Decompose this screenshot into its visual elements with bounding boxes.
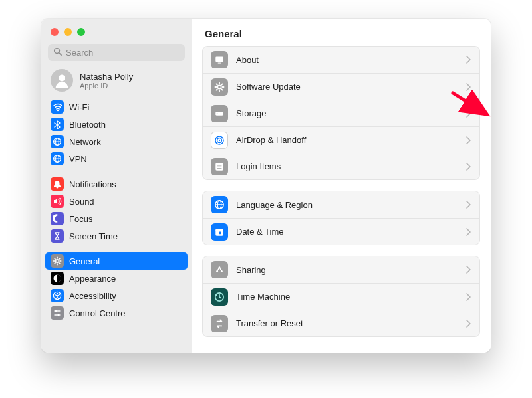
sidebar-item-label: Network bbox=[69, 137, 101, 147]
main-panel: General AboutSoftware UpdateStorageAirDr… bbox=[192, 19, 491, 353]
sidebar-item-label: Control Centre bbox=[69, 308, 126, 318]
row-sharing[interactable]: Sharing bbox=[203, 256, 479, 283]
settings-group: Language & RegionDate & Time bbox=[202, 191, 480, 245]
row-date-time[interactable]: Date & Time bbox=[203, 218, 479, 245]
sidebar-item-label: VPN bbox=[69, 154, 87, 164]
sidebar-item-control-centre[interactable]: Control Centre bbox=[45, 304, 188, 322]
globe-icon bbox=[211, 196, 228, 213]
row-language-region[interactable]: Language & Region bbox=[203, 191, 479, 218]
sidebar-item-label: Accessibility bbox=[69, 291, 116, 301]
sidebar-item-label: Bluetooth bbox=[69, 120, 106, 130]
settings-group: SharingTime MachineTransfer or Reset bbox=[202, 256, 480, 337]
chevron-right-icon bbox=[466, 163, 471, 171]
sidebar-item-label: Wi-Fi bbox=[69, 102, 89, 112]
row-label: Software Update bbox=[236, 82, 458, 92]
account-sub: Apple ID bbox=[80, 82, 133, 90]
control-centre-icon bbox=[51, 306, 64, 320]
row-storage[interactable]: Storage bbox=[203, 100, 479, 126]
row-label: AirDrop & Handoff bbox=[236, 135, 458, 145]
sidebar-item-screen-time[interactable]: Screen Time bbox=[45, 227, 188, 245]
sidebar-item-label: Screen Time bbox=[69, 231, 118, 241]
sidebar-item-general[interactable]: General bbox=[45, 252, 188, 270]
row-time-machine[interactable]: Time Machine bbox=[203, 283, 479, 310]
sidebar-item-bluetooth[interactable]: Bluetooth bbox=[45, 116, 188, 133]
sidebar-item-network[interactable]: Network bbox=[45, 133, 188, 150]
window-controls bbox=[41, 25, 192, 44]
hourglass-icon bbox=[51, 229, 64, 243]
row-airdrop-handoff[interactable]: AirDrop & Handoff bbox=[203, 126, 479, 153]
avatar bbox=[51, 69, 73, 92]
network-icon bbox=[51, 135, 64, 148]
bluetooth-icon bbox=[51, 118, 64, 131]
search-icon bbox=[53, 47, 62, 58]
sidebar-item-label: General bbox=[69, 256, 100, 266]
chevron-right-icon bbox=[466, 83, 471, 91]
fullscreen-window-button[interactable] bbox=[77, 28, 85, 36]
search-input[interactable] bbox=[66, 48, 180, 58]
transfer-icon bbox=[211, 315, 228, 332]
calendar-icon bbox=[211, 223, 228, 241]
row-about[interactable]: About bbox=[203, 47, 479, 73]
row-software-update[interactable]: Software Update bbox=[203, 73, 479, 100]
row-label: Transfer or Reset bbox=[236, 318, 458, 328]
row-transfer-reset[interactable]: Transfer or Reset bbox=[203, 310, 479, 336]
bell-icon bbox=[51, 177, 64, 191]
row-label: Storage bbox=[236, 108, 458, 118]
storage-icon bbox=[211, 105, 228, 122]
airdrop-icon bbox=[211, 132, 228, 149]
sidebar-item-label: Focus bbox=[69, 214, 92, 224]
row-label: Language & Region bbox=[236, 200, 458, 210]
row-label: Sharing bbox=[236, 265, 458, 275]
about-icon bbox=[211, 51, 228, 68]
gear-icon bbox=[51, 254, 64, 268]
time-machine-icon bbox=[211, 288, 228, 306]
search-field[interactable] bbox=[48, 44, 185, 61]
vpn-icon bbox=[51, 152, 64, 165]
wifi-icon bbox=[51, 100, 64, 114]
close-window-button[interactable] bbox=[51, 28, 59, 36]
row-label: Time Machine bbox=[236, 292, 458, 302]
sidebar-item-focus[interactable]: Focus bbox=[45, 210, 188, 227]
chevron-right-icon bbox=[466, 320, 471, 328]
gear-icon bbox=[211, 78, 228, 96]
appearance-icon bbox=[51, 272, 64, 285]
login-items-icon bbox=[211, 158, 228, 175]
sidebar-item-notifications[interactable]: Notifications bbox=[45, 175, 188, 193]
focus-icon bbox=[51, 212, 64, 225]
sidebar-item-label: Sound bbox=[69, 197, 94, 207]
row-login-items[interactable]: Login Items bbox=[203, 153, 479, 179]
chevron-right-icon bbox=[466, 110, 471, 118]
sidebar-item-sound[interactable]: Sound bbox=[45, 193, 188, 210]
sharing-icon bbox=[211, 261, 228, 278]
sound-icon bbox=[51, 195, 64, 208]
sidebar: Natasha Polly Apple ID Wi-FiBluetoothNet… bbox=[41, 19, 192, 353]
sidebar-item-vpn[interactable]: VPN bbox=[45, 150, 188, 167]
minimize-window-button[interactable] bbox=[64, 28, 72, 36]
chevron-right-icon bbox=[466, 293, 471, 301]
chevron-right-icon bbox=[466, 56, 471, 64]
row-label: About bbox=[236, 55, 458, 65]
settings-group: AboutSoftware UpdateStorageAirDrop & Han… bbox=[202, 46, 480, 180]
sidebar-item-label: Notifications bbox=[69, 179, 116, 189]
accessibility-icon bbox=[51, 289, 64, 302]
chevron-right-icon bbox=[466, 136, 471, 144]
sidebar-item-label: Appearance bbox=[69, 274, 116, 284]
chevron-right-icon bbox=[466, 266, 471, 274]
sidebar-item-appearance[interactable]: Appearance bbox=[45, 270, 188, 287]
account-name: Natasha Polly bbox=[80, 72, 133, 82]
sidebar-item-accessibility[interactable]: Accessibility bbox=[45, 287, 188, 304]
apple-id-account[interactable]: Natasha Polly Apple ID bbox=[41, 66, 192, 98]
chevron-right-icon bbox=[466, 201, 471, 209]
sidebar-item-wifi[interactable]: Wi-Fi bbox=[45, 98, 188, 116]
settings-window: Natasha Polly Apple ID Wi-FiBluetoothNet… bbox=[41, 19, 491, 353]
chevron-right-icon bbox=[466, 228, 471, 236]
page-title: General bbox=[192, 19, 491, 46]
row-label: Date & Time bbox=[236, 227, 458, 237]
row-label: Login Items bbox=[236, 161, 458, 171]
